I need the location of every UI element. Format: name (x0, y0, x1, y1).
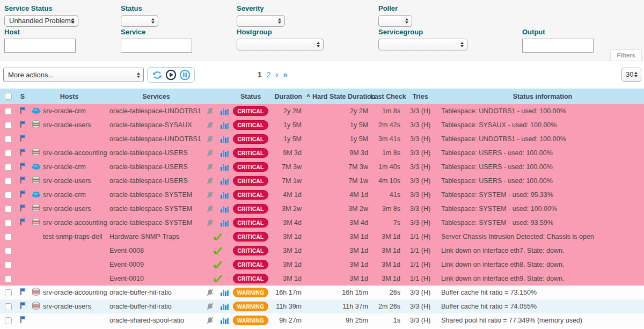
graph-icon[interactable] (217, 289, 232, 296)
service-name[interactable]: Event-0010 (109, 275, 203, 282)
status-badge[interactable]: CRITICAL (233, 134, 268, 144)
row-checkbox[interactable] (5, 261, 12, 268)
graph-icon[interactable] (217, 317, 232, 324)
header-duration[interactable]: Duration^ (269, 93, 312, 100)
status-badge[interactable]: CRITICAL (233, 176, 268, 186)
row-checkbox[interactable] (5, 164, 12, 171)
severity-select[interactable] (237, 15, 285, 27)
row-checkbox[interactable] (5, 233, 12, 240)
row-checkbox[interactable] (5, 303, 12, 310)
row-checkbox[interactable] (5, 220, 12, 226)
page-2-link[interactable]: 2 (267, 70, 271, 79)
service-name[interactable]: oracle-buffer-hit-ratio (109, 289, 203, 296)
service-name[interactable]: oracle-tablespace-SYSTEM (109, 205, 203, 213)
status-badge[interactable]: CRITICAL (233, 218, 268, 228)
service-name[interactable]: oracle-tablespace-UNDOTBS1 (109, 135, 203, 143)
more-actions-select[interactable]: More actions... (3, 68, 144, 82)
row-checkbox[interactable] (5, 317, 12, 324)
service-name[interactable]: oracle-tablespace-SYSAUX (109, 121, 203, 129)
status-badge[interactable]: WARNING (233, 316, 268, 325)
play-icon[interactable] (165, 69, 177, 81)
filters-tab[interactable]: Filters (610, 49, 642, 61)
row-checkbox[interactable] (5, 192, 12, 199)
status-badge[interactable]: CRITICAL (233, 106, 268, 116)
output-input[interactable] (522, 39, 594, 53)
row-checkbox[interactable] (5, 289, 12, 296)
host-name[interactable]: srv-oracle-users (43, 205, 109, 213)
select-all-checkbox[interactable] (5, 93, 12, 100)
service-name[interactable]: Event-0009 (109, 261, 203, 268)
row-checkbox[interactable] (5, 275, 12, 282)
host-name[interactable]: srv-oracle-crm (43, 107, 109, 115)
service-name[interactable]: oracle-tablespace-UNDOTBS1 (109, 107, 203, 115)
graph-icon[interactable] (217, 219, 232, 226)
service-name[interactable]: oracle-shared-spool-ratio (109, 317, 203, 324)
header-hard-state-duration[interactable]: Hard State Duration (312, 93, 370, 100)
row-checkbox[interactable] (5, 108, 12, 115)
host-icon-slot (32, 176, 40, 186)
service-name[interactable]: Event-0008 (109, 247, 203, 254)
header-services[interactable]: Services (109, 93, 203, 100)
graph-icon[interactable] (217, 121, 232, 129)
header-last-check[interactable]: Last Check (370, 93, 404, 100)
header-tries[interactable]: Tries (404, 93, 437, 100)
status-select[interactable] (121, 15, 158, 27)
next-page-icon[interactable]: › (276, 70, 279, 79)
status-badge[interactable]: CRITICAL (233, 260, 268, 269)
host-name[interactable]: srv-oracle-users (43, 177, 109, 185)
poller-select[interactable] (378, 15, 412, 27)
header-s[interactable]: S (16, 93, 29, 100)
service-name[interactable]: oracle-tablespace-SYSTEM (109, 219, 203, 226)
header-status-information[interactable]: Status information (437, 93, 644, 100)
status-badge[interactable]: CRITICAL (233, 190, 268, 200)
host-name[interactable]: srv-oracle-accounting (43, 149, 109, 157)
service-name[interactable]: oracle-tablespace-USERS (109, 149, 203, 157)
servicegroup-select[interactable] (378, 39, 467, 50)
hostgroup-select[interactable] (237, 39, 324, 50)
graph-icon[interactable] (217, 107, 232, 115)
status-badge[interactable]: CRITICAL (233, 246, 268, 255)
graph-icon[interactable] (217, 177, 232, 185)
row-checkbox[interactable] (5, 247, 12, 254)
status-badge[interactable]: CRITICAL (233, 274, 268, 283)
status-badge[interactable]: WARNING (233, 288, 268, 297)
host-name[interactable]: srv-oracle-crm (43, 191, 109, 199)
host-name[interactable]: test-snmp-traps-dell (43, 233, 109, 240)
row-checkbox[interactable] (5, 150, 12, 157)
last-page-icon[interactable]: » (283, 70, 288, 79)
header-status[interactable]: Status (232, 93, 269, 100)
pause-icon[interactable] (179, 69, 191, 81)
service-name[interactable]: oracle-tablespace-USERS (109, 177, 203, 185)
service-name[interactable]: oracle-buffer-hit-ratio (109, 303, 203, 310)
refresh-icon[interactable] (151, 69, 163, 81)
host-name[interactable]: srv-oracle-accounting (43, 289, 109, 296)
service-input[interactable] (121, 39, 192, 53)
row-checkbox[interactable] (5, 206, 12, 213)
graph-icon[interactable] (217, 205, 232, 213)
status-badge[interactable]: CRITICAL (233, 120, 268, 130)
row-checkbox[interactable] (5, 178, 12, 185)
status-badge[interactable]: WARNING (233, 302, 268, 311)
host-name[interactable]: srv-oracle-users (43, 121, 109, 129)
service-name[interactable]: oracle-tablespace-USERS (109, 163, 203, 171)
header-hosts[interactable]: Hosts (29, 93, 109, 100)
service-status-select[interactable]: Unhandled Problems (4, 15, 78, 27)
graph-icon[interactable] (217, 303, 232, 310)
host-input[interactable] (4, 39, 76, 53)
graph-icon[interactable] (217, 191, 232, 199)
status-badge[interactable]: CRITICAL (233, 204, 268, 214)
status-badge[interactable]: CRITICAL (233, 148, 268, 158)
status-badge[interactable]: CRITICAL (233, 162, 268, 172)
graph-icon[interactable] (217, 149, 232, 157)
graph-icon[interactable] (217, 135, 232, 143)
service-name[interactable]: Hardware-SNMP-Traps (109, 233, 203, 240)
status-badge[interactable]: CRITICAL (233, 232, 268, 242)
service-name[interactable]: oracle-tablespace-SYSTEM (109, 191, 203, 199)
host-name[interactable]: srv-oracle-users (43, 303, 109, 310)
graph-icon[interactable] (217, 163, 232, 171)
host-name[interactable]: srv-oracle-accounting (43, 219, 109, 226)
row-checkbox[interactable] (5, 136, 12, 143)
row-checkbox[interactable] (5, 122, 12, 129)
page-size-select[interactable]: 30 (621, 68, 641, 82)
host-name[interactable]: srv-oracle-crm (43, 163, 109, 171)
